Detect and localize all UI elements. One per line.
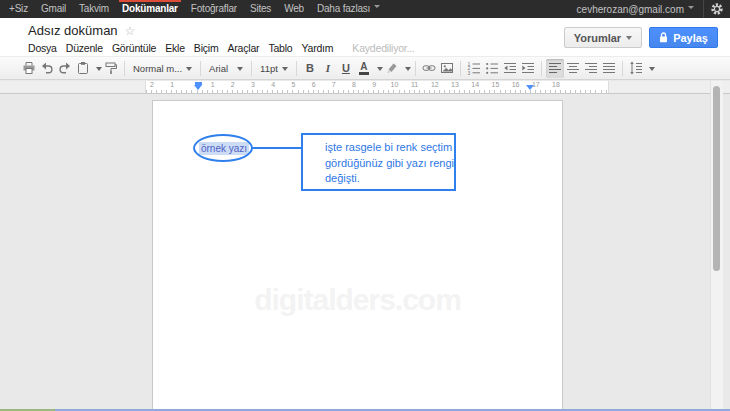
toolbar-separator: [251, 61, 252, 76]
menu-item[interactable]: Görüntüle: [112, 42, 156, 54]
callout-text-line: işte rasgele bi renk seçtim: [325, 140, 450, 156]
print-icon[interactable]: [20, 59, 38, 78]
undo-icon[interactable]: [38, 59, 56, 78]
ruler-number: 18: [552, 81, 560, 88]
callout-text-line: değişti.: [325, 171, 450, 187]
ruler-number: 12: [431, 81, 439, 88]
bullet-list-icon[interactable]: [483, 59, 501, 78]
menu-item[interactable]: Ekle: [165, 42, 185, 54]
toolbar-separator: [415, 61, 416, 76]
web-clipboard-icon[interactable]: [74, 59, 92, 78]
align-right-button[interactable]: [582, 59, 600, 78]
styles-dropdown[interactable]: Normal m...: [129, 59, 196, 78]
topbar-link[interactable]: Daha fazlası: [317, 0, 380, 18]
ruler-number: 5: [291, 81, 295, 88]
menu-item[interactable]: Biçim: [194, 42, 219, 54]
align-center-button[interactable]: [564, 59, 582, 78]
menu-item[interactable]: Araçlar: [228, 42, 260, 54]
annotation-connector-line: [251, 147, 303, 149]
redo-icon[interactable]: [56, 59, 74, 78]
ruler-number: 7: [332, 81, 336, 88]
left-indent-marker[interactable]: [194, 85, 202, 94]
ruler-number: 9: [372, 81, 376, 88]
ellipse-annotation: [193, 134, 253, 162]
ruler-number: 11: [411, 81, 418, 88]
formatting-toolbar: Normal m... Arial 11pt B I U A 123: [0, 56, 730, 80]
chevron-down-icon[interactable]: [377, 67, 383, 74]
ruler-number: 13: [451, 81, 459, 88]
menu-item[interactable]: Yardım: [301, 42, 333, 54]
document-page[interactable]: digitalders.com işte rasgele bi renk seç…: [152, 100, 563, 411]
bold-button[interactable]: B: [301, 59, 319, 78]
chevron-down-icon[interactable]: [649, 67, 655, 74]
right-indent-marker[interactable]: [526, 85, 534, 94]
ruler[interactable]: 21123456789101112131415161718: [145, 81, 609, 93]
menu-item[interactable]: Düzenle: [66, 42, 103, 54]
paint-format-icon[interactable]: [102, 59, 120, 78]
font-size-value: 11pt: [260, 63, 278, 74]
justify-button[interactable]: [600, 59, 618, 78]
star-icon[interactable]: ☆: [125, 24, 136, 38]
topbar-links: +SizGmailTakvimDokümanlarFotoğraflarSite…: [9, 0, 393, 18]
topbar-link[interactable]: +Siz: [9, 0, 28, 18]
menu-item[interactable]: Tablo: [268, 42, 292, 54]
topbar-link[interactable]: Sites: [250, 0, 271, 18]
ruler-number: 14: [471, 81, 479, 88]
topbar-link[interactable]: Gmail: [41, 0, 66, 18]
header-buttons: Yorumlar Paylaş: [564, 27, 718, 48]
ruler-number: 4: [271, 81, 275, 88]
comments-button[interactable]: Yorumlar: [564, 27, 642, 48]
ruler-number: 15: [491, 81, 499, 88]
topbar-link[interactable]: Web: [284, 0, 304, 18]
topbar-link[interactable]: Dokümanlar: [122, 0, 178, 18]
watermark: digitalders.com: [153, 283, 562, 317]
font-size-dropdown[interactable]: 11pt: [256, 59, 292, 78]
ruler-row: 21123456789101112131415161718: [0, 81, 730, 94]
menu-items: DosyaDüzenleGörüntüleEkleBiçimAraçlarTab…: [28, 42, 342, 54]
font-dropdown[interactable]: Arial: [205, 59, 247, 78]
font-value: Arial: [209, 63, 233, 74]
chevron-down-icon: [626, 36, 632, 43]
share-button[interactable]: Paylaş: [649, 27, 718, 48]
ruler-number: 1: [211, 81, 215, 88]
indent-more-icon[interactable]: [519, 59, 537, 78]
line-spacing-icon[interactable]: [627, 59, 645, 78]
ruler-number: 1: [170, 81, 174, 88]
toolbar-separator: [460, 61, 461, 76]
indent-less-icon[interactable]: [501, 59, 519, 78]
menu-item[interactable]: Dosya: [28, 42, 57, 54]
chevron-down-icon[interactable]: [405, 67, 411, 74]
highlight-color-icon[interactable]: [383, 59, 401, 78]
topbar-link[interactable]: Takvim: [79, 0, 109, 18]
callout-text-line: gördüğünüz gibi yazı rengi: [325, 156, 450, 172]
insert-image-icon[interactable]: [438, 59, 456, 78]
docs-header: Adsız doküman ☆ DosyaDüzenleGörüntüleEkl…: [0, 18, 730, 56]
toolbar-separator: [296, 61, 297, 76]
svg-text:3: 3: [467, 70, 470, 75]
toolbar-separator: [622, 61, 623, 76]
comments-button-label: Yorumlar: [574, 32, 621, 44]
ruler-number: 8: [352, 81, 356, 88]
scrollbar-thumb[interactable]: [713, 86, 720, 271]
ruler-number: 2: [231, 81, 235, 88]
text-color-button[interactable]: A: [355, 59, 373, 78]
insert-link-icon[interactable]: [420, 59, 438, 78]
account-email-menu[interactable]: cevherozan@gmail.com: [577, 4, 694, 15]
underline-button[interactable]: U: [337, 59, 355, 78]
toolbar-separator: [541, 61, 542, 76]
save-status: Kaydediliyor...: [352, 42, 414, 54]
topbar-link[interactable]: Fotoğraflar: [191, 0, 237, 18]
italic-button[interactable]: I: [319, 59, 337, 78]
ruler-number: 6: [312, 81, 316, 88]
document-title[interactable]: Adsız doküman: [28, 23, 118, 38]
scrollbar-track[interactable]: [710, 81, 723, 411]
ruler-number: 2: [150, 81, 154, 88]
google-black-bar: +SizGmailTakvimDokümanlarFotoğraflarSite…: [0, 0, 730, 18]
gear-icon[interactable]: [703, 0, 730, 18]
styles-value: Normal m...: [133, 63, 182, 74]
toolbar-separator: [200, 61, 201, 76]
numbered-list-icon[interactable]: 123: [465, 59, 483, 78]
align-left-button[interactable]: [546, 59, 564, 78]
ruler-number: 16: [512, 81, 520, 88]
ruler-number: 3: [251, 81, 255, 88]
